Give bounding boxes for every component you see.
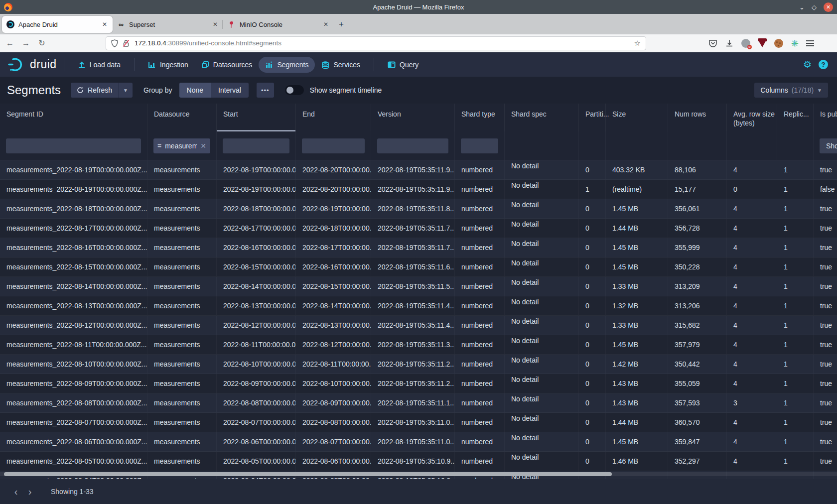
bookmark-star-icon[interactable]: ☆ (634, 39, 641, 48)
download-icon[interactable] (725, 39, 734, 48)
segment-timeline-toggle[interactable] (285, 85, 304, 95)
filter-cell-avg-row-size-bytes (727, 131, 777, 160)
table-row[interactable]: measurements_2022-08-17T00:00:00.000Z...… (0, 219, 837, 238)
pocket-icon[interactable] (708, 39, 717, 48)
column-header-replic[interactable]: Replic... (777, 104, 814, 131)
refresh-button[interactable]: Refresh (71, 83, 118, 98)
filter-input-segment-id[interactable] (6, 138, 141, 153)
shield-icon[interactable] (111, 39, 118, 47)
timeline-toggle-label: Show segment timeline (310, 86, 382, 94)
column-header-datasource[interactable]: Datasource (147, 104, 217, 131)
table-row[interactable]: measurements_2022-08-09T00:00:00.000Z...… (0, 374, 837, 393)
tab-minio-console[interactable]: MinIO Console ✕ (223, 16, 334, 33)
table-row[interactable]: measurements_2022-08-16T00:00:00.000Z...… (0, 238, 837, 257)
filter-input-shard-type[interactable] (461, 138, 498, 153)
tab-superset[interactable]: ∞ Superset ✕ (113, 16, 223, 33)
cell-replic: 1 (777, 335, 814, 354)
table-row[interactable]: measurements_2022-08-12T00:00:00.000Z...… (0, 316, 837, 335)
tab-apache-druid[interactable]: Apache Druid ✕ (2, 16, 113, 33)
group-by-interval-button[interactable]: Interval (211, 83, 249, 98)
datasource-filter-chip[interactable]: =measureme✕ (153, 138, 210, 153)
cell-avg-row-size-bytes: 4 (727, 432, 777, 451)
forward-icon[interactable]: → (18, 39, 34, 48)
minimize-icon[interactable]: ⌄ (799, 4, 805, 10)
tab-close-icon[interactable]: ✕ (101, 21, 108, 28)
column-header-end[interactable]: End (296, 104, 371, 131)
table-row[interactable]: measurements_2022-08-13T00:00:00.000Z...… (0, 296, 837, 316)
filter-input-start[interactable] (223, 138, 289, 153)
table-row[interactable]: measurements_2022-08-06T00:00:00.000Z...… (0, 432, 837, 452)
nav-item-query[interactable]: Query (381, 57, 425, 73)
filter-input-version[interactable] (377, 138, 448, 153)
column-header-avg-row-size-bytes[interactable]: Avg. row size (bytes) (727, 104, 777, 131)
table-row[interactable]: measurements_2022-08-05T00:00:00.000Z...… (0, 452, 837, 471)
table-row[interactable]: measurements_2022-08-07T00:00:00.000Z...… (0, 413, 837, 432)
table-row[interactable]: measurements_2022-08-18T00:00:00.000Z...… (0, 199, 837, 219)
help-icon[interactable]: ? (819, 60, 828, 69)
column-header-size[interactable]: Size (606, 104, 668, 131)
nav-item-label: Load data (90, 61, 121, 69)
nav-item-ingestion[interactable]: Ingestion (141, 57, 195, 73)
gear-icon[interactable]: ⚙ (803, 59, 812, 70)
column-header-version[interactable]: Version (371, 104, 455, 131)
cell-version: 2022-08-19T05:35:11.0... (371, 432, 455, 451)
column-header-segment-id[interactable]: Segment ID (0, 104, 147, 131)
more-options-button[interactable]: ••• (257, 83, 274, 98)
column-header-start[interactable]: Start (217, 104, 296, 131)
close-icon[interactable]: ✕ (824, 2, 833, 12)
menu-icon[interactable] (806, 39, 814, 48)
next-page-button[interactable]: › (23, 486, 37, 498)
nav-item-load-data[interactable]: Load data (71, 57, 127, 73)
column-header-shard-type[interactable]: Shard type (455, 104, 505, 131)
columns-button[interactable]: Columns (17/18) ▼ (754, 83, 828, 98)
new-tab-button[interactable]: + (334, 17, 349, 32)
nav-item-services[interactable]: Services (315, 57, 367, 73)
cell-avg-row-size-bytes: 4 (727, 160, 777, 179)
column-header-is-published[interactable]: Is published (814, 104, 837, 131)
table-row[interactable]: measurements_2022-08-14T00:00:00.000Z...… (0, 277, 837, 296)
ublock-origin-icon[interactable] (758, 39, 767, 47)
table-row[interactable]: measurements_2022-08-19T00:00:00.000Z...… (0, 160, 837, 180)
cell-size: 1.45 MB (606, 257, 668, 276)
maximize-icon[interactable]: ◇ (812, 4, 817, 10)
nav-item-datasources[interactable]: Datasources (195, 57, 259, 73)
column-header-num-rows[interactable]: Num rows (668, 104, 727, 131)
reload-icon[interactable]: ↻ (34, 38, 50, 48)
cell-shard-type: numbered (455, 413, 505, 432)
asterisk-extension-icon[interactable]: ✳ (791, 39, 798, 48)
scrollbar-thumb[interactable] (4, 472, 612, 476)
cell-end: 2022-08-13T00:00:00.0... (296, 316, 371, 335)
cell-start: 2022-08-07T00:00:00.0... (217, 413, 296, 432)
column-header-partiti[interactable]: Partiti... (579, 104, 606, 131)
filter-cell-replic (777, 131, 814, 160)
druid-logo[interactable]: druid (8, 57, 57, 72)
table-row[interactable]: measurements_2022-08-19T00:00:00.000Z...… (0, 180, 837, 199)
tab-close-icon[interactable]: ✕ (212, 21, 219, 28)
table-row[interactable]: measurements_2022-08-10T00:00:00.000Z...… (0, 355, 837, 374)
cell-segment-id: measurements_2022-08-14T00:00:00.000Z... (0, 277, 147, 296)
tab-close-icon[interactable]: ✕ (322, 21, 329, 28)
cookie-extension-icon[interactable] (774, 39, 783, 48)
table-row[interactable]: measurements_2022-08-11T00:00:00.000Z...… (0, 335, 837, 355)
filter-input-end[interactable] (302, 138, 365, 153)
table-row[interactable]: measurements_2022-08-15T00:00:00.000Z...… (0, 257, 837, 277)
group-by-none-button[interactable]: None (179, 83, 211, 98)
cell-partiti: 0 (579, 355, 606, 374)
prev-page-button[interactable]: ‹ (9, 486, 23, 498)
cell-version: 2022-08-19T05:35:11.7... (371, 219, 455, 238)
clear-filter-icon[interactable]: ✕ (200, 142, 206, 150)
nav-item-label: Ingestion (160, 61, 188, 69)
nav-item-segments[interactable]: Segments (259, 57, 315, 73)
horizontal-scrollbar[interactable] (0, 472, 837, 476)
refresh-dropdown-button[interactable]: ▼ (118, 83, 133, 98)
extension-bird-icon[interactable] (741, 39, 750, 48)
cell-datasource: measurements (147, 238, 217, 257)
column-header-shard-spec[interactable]: Shard spec (505, 104, 579, 131)
is-published-filter-button[interactable]: Show (820, 138, 837, 153)
back-icon[interactable]: ← (2, 39, 18, 48)
cell-is-published: true (814, 335, 837, 354)
insecure-lock-icon[interactable] (123, 39, 130, 47)
table-row[interactable]: measurements_2022-08-08T00:00:00.000Z...… (0, 393, 837, 413)
cell-partiti: 0 (579, 296, 606, 315)
url-bar[interactable]: 172.18.0.4:30899/unified-console.html#se… (106, 36, 646, 50)
